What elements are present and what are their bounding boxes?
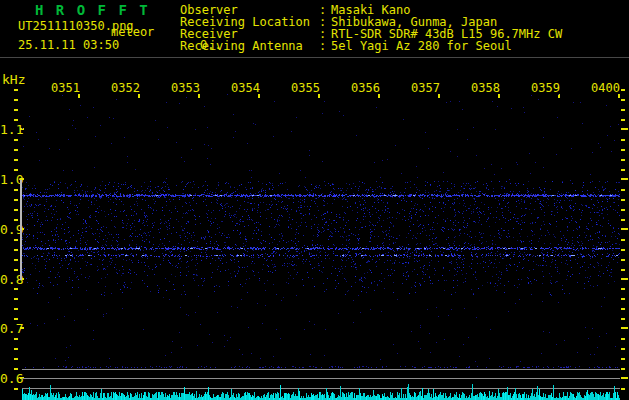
freq-minor-tick-left <box>14 249 18 251</box>
freq-minor-tick-right <box>621 249 625 251</box>
datetime-label: 25.11.11 03:50 <box>18 39 119 52</box>
freq-minor-tick-right <box>621 199 625 201</box>
freq-minor-tick-right <box>621 308 625 310</box>
freq-minor-tick-left <box>14 388 18 390</box>
freq-tick-label: 0.7 <box>0 321 20 336</box>
freq-major-tick-right <box>621 278 628 280</box>
freq-minor-tick-right <box>621 338 625 340</box>
freq-minor-tick-right <box>621 89 625 91</box>
freq-minor-tick-right <box>621 368 625 370</box>
freq-minor-tick-left <box>14 239 18 241</box>
freq-tick-label: 0.8 <box>0 272 20 287</box>
observer-info-block: Observer:Masaki KanoReceiving Location:S… <box>180 4 562 52</box>
freq-minor-tick-left <box>14 209 18 211</box>
freq-minor-tick-right <box>621 358 625 360</box>
level-line-middle <box>22 378 620 379</box>
freq-minor-tick-left <box>14 199 18 201</box>
freq-unit-label: kHz <box>2 72 25 87</box>
freq-minor-tick-right <box>621 259 625 261</box>
freq-major-tick-right <box>621 178 628 180</box>
freq-minor-tick-left <box>14 259 18 261</box>
freq-minor-tick-left <box>14 99 18 101</box>
hrofft-screen: H R O F F T UT2511110350.png meteor 25.1… <box>0 0 629 400</box>
freq-minor-tick-left <box>14 368 18 370</box>
app-title: H R O F F T <box>35 2 150 18</box>
freq-minor-tick-left <box>14 119 18 121</box>
header-separator <box>0 57 629 58</box>
freq-tick-label: 1.0 <box>0 172 20 187</box>
freq-minor-tick-right <box>621 139 625 141</box>
freq-minor-tick-right <box>621 348 625 350</box>
info-separator: : <box>319 40 331 52</box>
freq-minor-tick-right <box>621 149 625 151</box>
freq-tick-label: 0.9 <box>0 222 20 237</box>
freq-tick-label: 0.6 <box>0 371 20 386</box>
freq-minor-tick-right <box>621 298 625 300</box>
freq-minor-tick-left <box>14 169 18 171</box>
freq-minor-tick-right <box>621 219 625 221</box>
freq-minor-tick-left <box>14 338 18 340</box>
freq-minor-tick-left <box>14 298 18 300</box>
signal-strip-canvas <box>22 382 620 400</box>
spectrogram-canvas <box>22 92 620 368</box>
freq-minor-tick-right <box>621 318 625 320</box>
info-row: Receiving Antenna:5el Yagi Az 280 for Se… <box>180 40 562 52</box>
freq-minor-tick-left <box>14 139 18 141</box>
freq-minor-tick-right <box>621 189 625 191</box>
freq-minor-tick-right <box>621 388 625 390</box>
freq-minor-tick-right <box>621 99 625 101</box>
freq-minor-tick-left <box>14 358 18 360</box>
freq-minor-tick-left <box>14 149 18 151</box>
info-value: 5el Yagi Az 280 for Seoul <box>331 40 512 52</box>
freq-minor-tick-right <box>621 159 625 161</box>
freq-minor-tick-left <box>14 159 18 161</box>
freq-minor-tick-left <box>14 308 18 310</box>
freq-tick-label: 1.1 <box>0 122 20 137</box>
freq-minor-tick-right <box>621 239 625 241</box>
freq-minor-tick-right <box>621 119 625 121</box>
freq-minor-tick-right <box>621 169 625 171</box>
info-label: Receiving Antenna <box>180 40 319 52</box>
freq-minor-tick-right <box>621 288 625 290</box>
freq-minor-tick-left <box>14 219 18 221</box>
freq-major-tick-right <box>621 327 628 329</box>
freq-minor-tick-right <box>621 109 625 111</box>
freq-minor-tick-left <box>14 109 18 111</box>
freq-minor-tick-left <box>14 189 18 191</box>
freq-minor-tick-left <box>14 288 18 290</box>
freq-major-tick-right <box>621 377 628 379</box>
freq-minor-tick-left <box>14 89 18 91</box>
freq-major-tick-right <box>621 128 628 130</box>
freq-minor-tick-left <box>14 348 18 350</box>
freq-minor-tick-right <box>621 209 625 211</box>
freq-minor-tick-left <box>14 269 18 271</box>
freq-major-tick-right <box>621 228 628 230</box>
freq-minor-tick-right <box>621 269 625 271</box>
freq-minor-tick-left <box>14 318 18 320</box>
level-line-upper <box>22 369 620 370</box>
